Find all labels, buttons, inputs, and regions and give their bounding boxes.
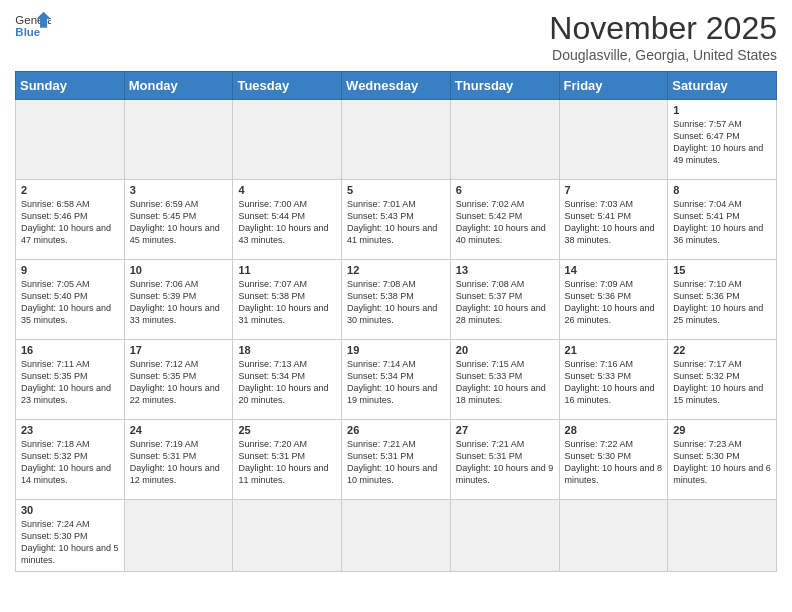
calendar-day-cell: 10Sunrise: 7:06 AM Sunset: 5:39 PM Dayli… (124, 260, 233, 340)
day-info: Sunrise: 6:59 AM Sunset: 5:45 PM Dayligh… (130, 198, 228, 247)
calendar-day-cell (233, 100, 342, 180)
day-info: Sunrise: 7:06 AM Sunset: 5:39 PM Dayligh… (130, 278, 228, 327)
day-number: 19 (347, 344, 445, 356)
calendar-day-cell: 8Sunrise: 7:04 AM Sunset: 5:41 PM Daylig… (668, 180, 777, 260)
calendar-day-cell: 28Sunrise: 7:22 AM Sunset: 5:30 PM Dayli… (559, 420, 668, 500)
day-info: Sunrise: 7:11 AM Sunset: 5:35 PM Dayligh… (21, 358, 119, 407)
calendar-week-row: 23Sunrise: 7:18 AM Sunset: 5:32 PM Dayli… (16, 420, 777, 500)
calendar-day-cell: 5Sunrise: 7:01 AM Sunset: 5:43 PM Daylig… (342, 180, 451, 260)
calendar-day-cell: 7Sunrise: 7:03 AM Sunset: 5:41 PM Daylig… (559, 180, 668, 260)
day-number: 5 (347, 184, 445, 196)
col-friday: Friday (559, 72, 668, 100)
generalblue-logo-icon: General Blue (15, 10, 51, 40)
day-number: 10 (130, 264, 228, 276)
day-number: 13 (456, 264, 554, 276)
day-number: 7 (565, 184, 663, 196)
day-info: Sunrise: 7:18 AM Sunset: 5:32 PM Dayligh… (21, 438, 119, 487)
day-number: 8 (673, 184, 771, 196)
calendar-day-cell (559, 100, 668, 180)
calendar-day-cell (233, 500, 342, 572)
calendar-day-cell: 21Sunrise: 7:16 AM Sunset: 5:33 PM Dayli… (559, 340, 668, 420)
calendar-week-row: 2Sunrise: 6:58 AM Sunset: 5:46 PM Daylig… (16, 180, 777, 260)
day-number: 20 (456, 344, 554, 356)
day-info: Sunrise: 7:04 AM Sunset: 5:41 PM Dayligh… (673, 198, 771, 247)
day-number: 21 (565, 344, 663, 356)
day-info: Sunrise: 7:15 AM Sunset: 5:33 PM Dayligh… (456, 358, 554, 407)
day-info: Sunrise: 7:08 AM Sunset: 5:37 PM Dayligh… (456, 278, 554, 327)
calendar: Sunday Monday Tuesday Wednesday Thursday… (15, 71, 777, 572)
day-number: 28 (565, 424, 663, 436)
day-info: Sunrise: 7:02 AM Sunset: 5:42 PM Dayligh… (456, 198, 554, 247)
calendar-day-cell: 30Sunrise: 7:24 AM Sunset: 5:30 PM Dayli… (16, 500, 125, 572)
day-number: 27 (456, 424, 554, 436)
calendar-day-cell: 25Sunrise: 7:20 AM Sunset: 5:31 PM Dayli… (233, 420, 342, 500)
header: General Blue November 2025 Douglasville,… (15, 10, 777, 63)
calendar-day-cell: 29Sunrise: 7:23 AM Sunset: 5:30 PM Dayli… (668, 420, 777, 500)
col-sunday: Sunday (16, 72, 125, 100)
calendar-day-cell: 13Sunrise: 7:08 AM Sunset: 5:37 PM Dayli… (450, 260, 559, 340)
day-number: 25 (238, 424, 336, 436)
day-info: Sunrise: 7:22 AM Sunset: 5:30 PM Dayligh… (565, 438, 663, 487)
day-number: 30 (21, 504, 119, 516)
calendar-day-cell: 2Sunrise: 6:58 AM Sunset: 5:46 PM Daylig… (16, 180, 125, 260)
calendar-day-cell: 3Sunrise: 6:59 AM Sunset: 5:45 PM Daylig… (124, 180, 233, 260)
col-monday: Monday (124, 72, 233, 100)
logo: General Blue (15, 10, 51, 40)
day-info: Sunrise: 7:21 AM Sunset: 5:31 PM Dayligh… (347, 438, 445, 487)
calendar-day-cell (342, 100, 451, 180)
day-info: Sunrise: 7:19 AM Sunset: 5:31 PM Dayligh… (130, 438, 228, 487)
calendar-day-cell: 22Sunrise: 7:17 AM Sunset: 5:32 PM Dayli… (668, 340, 777, 420)
day-number: 15 (673, 264, 771, 276)
calendar-day-cell: 19Sunrise: 7:14 AM Sunset: 5:34 PM Dayli… (342, 340, 451, 420)
calendar-day-cell: 16Sunrise: 7:11 AM Sunset: 5:35 PM Dayli… (16, 340, 125, 420)
calendar-day-cell (124, 100, 233, 180)
title-area: November 2025 Douglasville, Georgia, Uni… (549, 10, 777, 63)
month-title: November 2025 (549, 10, 777, 47)
day-number: 3 (130, 184, 228, 196)
day-number: 18 (238, 344, 336, 356)
calendar-header-row: Sunday Monday Tuesday Wednesday Thursday… (16, 72, 777, 100)
calendar-day-cell: 20Sunrise: 7:15 AM Sunset: 5:33 PM Dayli… (450, 340, 559, 420)
location: Douglasville, Georgia, United States (549, 47, 777, 63)
calendar-day-cell: 9Sunrise: 7:05 AM Sunset: 5:40 PM Daylig… (16, 260, 125, 340)
day-number: 2 (21, 184, 119, 196)
day-info: Sunrise: 7:01 AM Sunset: 5:43 PM Dayligh… (347, 198, 445, 247)
calendar-day-cell: 18Sunrise: 7:13 AM Sunset: 5:34 PM Dayli… (233, 340, 342, 420)
calendar-day-cell: 23Sunrise: 7:18 AM Sunset: 5:32 PM Dayli… (16, 420, 125, 500)
calendar-day-cell (16, 100, 125, 180)
col-wednesday: Wednesday (342, 72, 451, 100)
calendar-day-cell: 6Sunrise: 7:02 AM Sunset: 5:42 PM Daylig… (450, 180, 559, 260)
day-info: Sunrise: 7:21 AM Sunset: 5:31 PM Dayligh… (456, 438, 554, 487)
calendar-day-cell (450, 100, 559, 180)
calendar-day-cell (342, 500, 451, 572)
day-info: Sunrise: 7:24 AM Sunset: 5:30 PM Dayligh… (21, 518, 119, 567)
day-number: 6 (456, 184, 554, 196)
day-info: Sunrise: 7:14 AM Sunset: 5:34 PM Dayligh… (347, 358, 445, 407)
calendar-day-cell (450, 500, 559, 572)
day-info: Sunrise: 7:03 AM Sunset: 5:41 PM Dayligh… (565, 198, 663, 247)
calendar-week-row: 9Sunrise: 7:05 AM Sunset: 5:40 PM Daylig… (16, 260, 777, 340)
day-number: 1 (673, 104, 771, 116)
day-info: Sunrise: 6:58 AM Sunset: 5:46 PM Dayligh… (21, 198, 119, 247)
calendar-day-cell: 14Sunrise: 7:09 AM Sunset: 5:36 PM Dayli… (559, 260, 668, 340)
calendar-day-cell: 24Sunrise: 7:19 AM Sunset: 5:31 PM Dayli… (124, 420, 233, 500)
col-saturday: Saturday (668, 72, 777, 100)
day-number: 9 (21, 264, 119, 276)
day-info: Sunrise: 7:10 AM Sunset: 5:36 PM Dayligh… (673, 278, 771, 327)
calendar-day-cell: 26Sunrise: 7:21 AM Sunset: 5:31 PM Dayli… (342, 420, 451, 500)
calendar-day-cell: 4Sunrise: 7:00 AM Sunset: 5:44 PM Daylig… (233, 180, 342, 260)
day-info: Sunrise: 7:07 AM Sunset: 5:38 PM Dayligh… (238, 278, 336, 327)
calendar-week-row: 16Sunrise: 7:11 AM Sunset: 5:35 PM Dayli… (16, 340, 777, 420)
calendar-week-row: 1Sunrise: 7:57 AM Sunset: 6:47 PM Daylig… (16, 100, 777, 180)
calendar-day-cell: 1Sunrise: 7:57 AM Sunset: 6:47 PM Daylig… (668, 100, 777, 180)
day-number: 17 (130, 344, 228, 356)
svg-text:Blue: Blue (15, 26, 40, 38)
calendar-day-cell: 27Sunrise: 7:21 AM Sunset: 5:31 PM Dayli… (450, 420, 559, 500)
day-info: Sunrise: 7:17 AM Sunset: 5:32 PM Dayligh… (673, 358, 771, 407)
day-number: 29 (673, 424, 771, 436)
day-info: Sunrise: 7:12 AM Sunset: 5:35 PM Dayligh… (130, 358, 228, 407)
day-info: Sunrise: 7:00 AM Sunset: 5:44 PM Dayligh… (238, 198, 336, 247)
day-number: 14 (565, 264, 663, 276)
calendar-day-cell: 15Sunrise: 7:10 AM Sunset: 5:36 PM Dayli… (668, 260, 777, 340)
day-number: 12 (347, 264, 445, 276)
